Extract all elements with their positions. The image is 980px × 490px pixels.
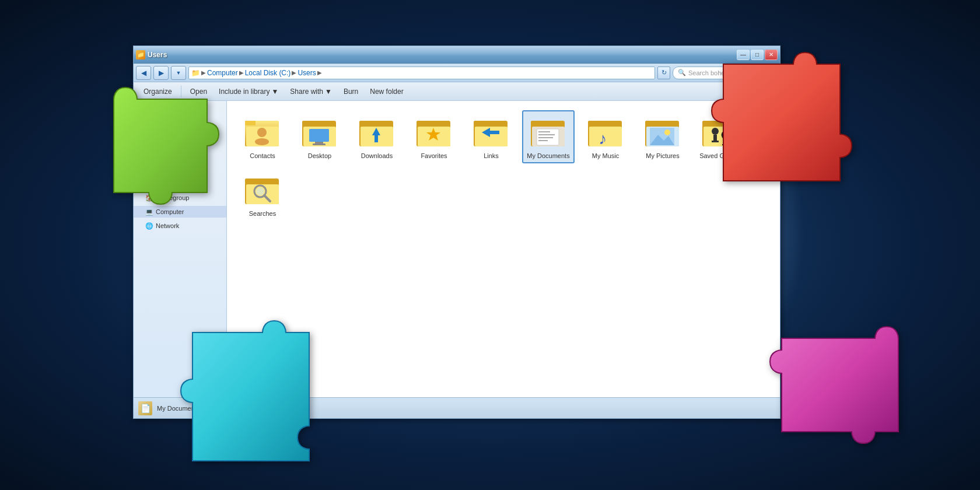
new-folder-button[interactable]: New folder (365, 84, 408, 99)
window-icon: 📁 (136, 50, 145, 60)
status-icon: 📄 (138, 401, 152, 415)
svg-rect-30 (538, 134, 555, 135)
svg-rect-11 (315, 142, 323, 144)
downloads-folder-icon (358, 114, 396, 151)
include-in-library-arrow: ▼ (271, 88, 278, 96)
links-label: Links (484, 152, 499, 160)
mymusic-label: My Music (592, 152, 619, 160)
svg-point-4 (257, 128, 267, 137)
breadcrumb-users[interactable]: Users (298, 69, 316, 77)
mypictures-folder-icon (644, 114, 681, 151)
breadcrumb-sep-1: ▶ (239, 69, 244, 76)
file-item-links[interactable]: Links (465, 110, 517, 163)
desktop-folder-icon (301, 114, 338, 151)
svg-rect-8 (302, 121, 313, 125)
file-item-mypictures[interactable]: My Pictures (636, 110, 689, 163)
breadcrumb-sep-2: ▶ (292, 69, 296, 76)
puzzle-piece-magenta (758, 315, 922, 473)
svg-point-42 (664, 130, 670, 135)
mypictures-label: My Pictures (646, 152, 679, 160)
svg-rect-15 (359, 121, 370, 125)
breadcrumb[interactable]: 📁 ▶ Computer ▶ Local Disk (C:) ▶ Users ▶ (188, 66, 655, 79)
svg-rect-22 (475, 127, 508, 146)
svg-rect-27 (531, 121, 541, 125)
window-title: Users (148, 51, 167, 59)
contacts-folder-icon (244, 114, 281, 151)
share-with-label: Share with (290, 88, 323, 96)
mydocuments-folder-icon (530, 114, 567, 151)
links-folder-icon (473, 114, 510, 151)
svg-rect-23 (474, 121, 484, 125)
svg-rect-3 (245, 121, 256, 125)
svg-rect-31 (538, 137, 553, 138)
favorites-folder-icon (415, 114, 453, 151)
file-item-mydocuments[interactable]: My Documents (522, 110, 575, 163)
title-bar-left: 📁 Users (136, 50, 167, 60)
svg-rect-19 (416, 121, 427, 125)
svg-point-55 (256, 187, 264, 195)
breadcrumb-localdisk[interactable]: Local Disk (C:) (245, 69, 291, 77)
file-item-searches[interactable]: Searches (236, 168, 289, 221)
svg-rect-10 (309, 129, 329, 142)
search-icon: 🔍 (678, 69, 686, 76)
title-bar: 📁 Users — □ ✕ (134, 46, 780, 64)
downloads-label: Downloads (361, 152, 393, 160)
desktop-label: Desktop (308, 152, 331, 160)
searches-label: Searches (249, 210, 276, 218)
searches-folder-icon (244, 172, 281, 209)
burn-button[interactable]: Burn (338, 84, 363, 99)
mymusic-folder-icon: ♪ (587, 114, 624, 151)
puzzle-piece-cyan (158, 309, 332, 473)
file-item-favorites[interactable]: Favorites (408, 110, 460, 163)
file-item-downloads[interactable]: Downloads (351, 110, 403, 163)
share-with-arrow: ▼ (325, 88, 332, 96)
svg-rect-12 (313, 144, 326, 145)
contacts-label: Contacts (250, 152, 275, 160)
file-item-contacts[interactable]: Contacts (236, 110, 289, 163)
svg-rect-32 (538, 140, 548, 141)
puzzle-piece-green (90, 64, 236, 228)
share-with-button[interactable]: Share with ▼ (285, 84, 337, 99)
file-item-mymusic[interactable]: ♪ My Music (579, 110, 632, 163)
file-item-desktop[interactable]: Desktop (293, 110, 346, 163)
svg-rect-35 (588, 121, 598, 125)
svg-point-5 (255, 138, 269, 145)
file-grid: Contacts (236, 110, 771, 221)
puzzle-piece-red (700, 41, 863, 204)
breadcrumb-sep-3: ▶ (317, 69, 322, 76)
svg-rect-53 (245, 178, 256, 183)
refresh-button[interactable]: ↻ (657, 66, 670, 79)
svg-text:♪: ♪ (598, 130, 607, 148)
favorites-label: Favorites (421, 152, 447, 160)
svg-rect-39 (645, 121, 656, 125)
svg-rect-29 (538, 131, 550, 132)
mydocuments-label: My Documents (527, 152, 569, 160)
